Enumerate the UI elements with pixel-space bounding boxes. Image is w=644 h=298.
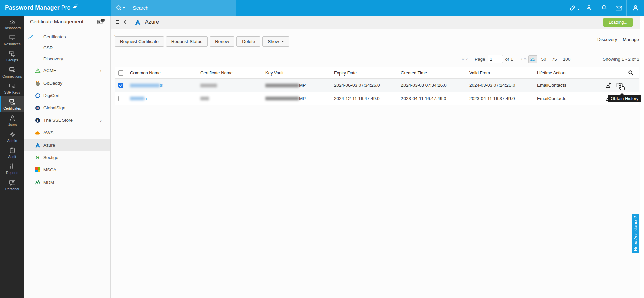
common-name-cell[interactable]: n bbox=[130, 96, 200, 101]
godaddy-logo bbox=[35, 81, 41, 86]
user-star-icon[interactable] bbox=[582, 0, 597, 16]
ssl-store-logo bbox=[35, 118, 41, 123]
lifetime-action-cell: EmailContacts bbox=[537, 96, 604, 101]
table-header-row: Common Name Certificate Name Key Vault E… bbox=[115, 67, 639, 79]
link-icon[interactable] bbox=[567, 0, 582, 16]
person-icon[interactable] bbox=[627, 0, 644, 16]
nav-item-discovery[interactable]: Discovery bbox=[24, 53, 110, 64]
pagination-row: « ‹ Page of 1 › » 25 50 75 100 Showing 1… bbox=[462, 55, 639, 63]
need-assistance-tab[interactable]: Need Assistance? bbox=[632, 214, 639, 253]
discovery-link[interactable]: Discovery bbox=[597, 37, 617, 42]
next-page-icon[interactable]: › bbox=[521, 56, 522, 62]
right-edge-strip bbox=[640, 16, 644, 298]
nav-item-azure[interactable]: Azure bbox=[24, 139, 110, 151]
loading-badge: Loading... bbox=[603, 18, 633, 27]
expiry-date-cell: 2024-12-11 16:47:49.0 bbox=[334, 96, 401, 101]
nav-item-csr[interactable]: CSR bbox=[24, 42, 110, 53]
bell-icon[interactable] bbox=[597, 0, 611, 16]
nav-item-sectigo[interactable]: S Sectigo bbox=[24, 151, 110, 164]
panel-header: Certificate Management bbox=[24, 16, 110, 28]
col-lifetime-action: Lifetime Action bbox=[537, 70, 604, 76]
reports-icon bbox=[9, 163, 16, 170]
nav-item-globalsign[interactable]: GlobalSign bbox=[24, 102, 110, 114]
nav-item-label: Azure bbox=[43, 143, 55, 148]
key-vault-cell: MP bbox=[265, 96, 334, 101]
digicert-logo bbox=[35, 93, 41, 98]
pagination-divider bbox=[517, 56, 517, 62]
sidebar-item-dashboard[interactable]: Dashboard bbox=[0, 16, 24, 32]
sidebar-item-groups[interactable]: Groups bbox=[0, 48, 24, 64]
groups-icon bbox=[9, 50, 16, 57]
nav-item-acme[interactable]: ACME › bbox=[24, 64, 110, 77]
table-row[interactable]: tk MP 2024-06-03 07:34:26.0 2024-03-03 0… bbox=[115, 79, 639, 92]
resources-icon bbox=[9, 34, 16, 41]
page-of-label: of 1 bbox=[505, 57, 513, 62]
certificates-table: Common Name Certificate Name Key Vault E… bbox=[115, 67, 639, 105]
nav-item-digicert[interactable]: DigiCert bbox=[24, 89, 110, 102]
prev-page-icon[interactable]: ‹ bbox=[466, 56, 467, 62]
nav-item-label: Discovery bbox=[43, 56, 63, 61]
created-time-cell: 2023-04-11 16:47:49.0 bbox=[401, 96, 469, 101]
sidebar-item-label: Users bbox=[8, 122, 17, 127]
row-checkbox[interactable] bbox=[118, 83, 123, 88]
first-page-icon[interactable]: « bbox=[462, 56, 464, 62]
nav-item-msca[interactable]: MSCA bbox=[24, 164, 110, 176]
nav-item-godaddy[interactable]: GoDaddy bbox=[24, 77, 110, 89]
contact-card-icon[interactable] bbox=[97, 18, 105, 25]
azure-title-logo bbox=[133, 18, 142, 27]
show-dropdown-button[interactable]: Show bbox=[262, 36, 289, 47]
delete-button[interactable]: Delete bbox=[236, 36, 260, 47]
sidebar-item-audit[interactable]: Audit bbox=[0, 145, 24, 161]
sidebar-item-label: Resources bbox=[4, 42, 20, 46]
renew-button[interactable]: Renew bbox=[210, 36, 234, 47]
sidebar-item-label: Dashboard bbox=[4, 26, 21, 30]
last-page-icon[interactable]: » bbox=[524, 56, 526, 62]
request-certificate-button[interactable]: Request Certificate bbox=[115, 36, 164, 47]
sidebar-item-ssh-keys[interactable]: SSH Keys bbox=[0, 80, 24, 96]
page-size-75[interactable]: 75 bbox=[550, 56, 559, 63]
nav-item-label: MDM bbox=[43, 180, 54, 185]
nav-item-label: Sectigo bbox=[43, 155, 58, 160]
download-certificate-icon[interactable] bbox=[605, 82, 611, 88]
sidebar-item-reports[interactable]: Reports bbox=[0, 161, 24, 177]
page-size-25[interactable]: 25 bbox=[528, 55, 537, 63]
sidebar-item-label: SSH Keys bbox=[4, 90, 20, 94]
nav-item-label: Certificates bbox=[43, 34, 66, 39]
nav-item-ssl-store[interactable]: The SSL Store › bbox=[24, 114, 110, 127]
request-status-button[interactable]: Request Status bbox=[166, 36, 208, 47]
sidebar-item-connections[interactable]: Connections bbox=[0, 64, 24, 80]
sidebar-item-users[interactable]: Admin Users bbox=[0, 112, 24, 129]
back-arrow-icon[interactable] bbox=[122, 18, 131, 26]
table-search-icon[interactable] bbox=[604, 70, 639, 76]
redacted-certificate-name bbox=[200, 97, 209, 100]
nav-item-certificates[interactable]: Certificates bbox=[24, 31, 110, 42]
nav-item-aws[interactable]: AWS bbox=[24, 127, 110, 139]
primary-sidebar: Dashboard Resources Groups Connections S… bbox=[0, 16, 24, 298]
sidebar-item-personal[interactable]: Personal bbox=[0, 177, 24, 193]
sidebar-item-label: Personal bbox=[5, 187, 19, 191]
sidebar-item-certificates[interactable]: Certificates bbox=[0, 96, 24, 112]
mail-icon[interactable] bbox=[611, 0, 626, 16]
table-row[interactable]: n MP 2024-12-11 16:47:49.0 2023-04-11 16… bbox=[115, 92, 639, 105]
common-name-cell[interactable]: tk bbox=[130, 83, 200, 88]
search-input[interactable] bbox=[133, 5, 227, 11]
search-icon[interactable] bbox=[116, 5, 125, 11]
certificate-name-cell bbox=[200, 83, 265, 88]
select-all-checkbox[interactable] bbox=[118, 70, 123, 76]
page-size-50[interactable]: 50 bbox=[540, 56, 548, 63]
collapse-menu-icon[interactable] bbox=[114, 18, 122, 26]
sidebar-item-label: Certificates bbox=[3, 106, 21, 110]
button-label: Renew bbox=[215, 39, 229, 44]
col-common-name: Common Name bbox=[130, 70, 200, 76]
manage-link[interactable]: Manage bbox=[623, 37, 639, 42]
certificate-nav-list: Certificates CSR Discovery ACME › bbox=[24, 28, 110, 189]
admin-gear-icon bbox=[9, 131, 16, 138]
sidebar-item-admin[interactable]: Admin bbox=[0, 129, 24, 145]
nav-item-mdm[interactable]: MDM bbox=[24, 176, 110, 189]
sidebar-item-resources[interactable]: Resources bbox=[0, 32, 24, 48]
row-checkbox[interactable] bbox=[118, 96, 123, 101]
brand-text: Password Manager bbox=[5, 4, 60, 11]
page-number-input[interactable] bbox=[488, 55, 503, 63]
page-size-100[interactable]: 100 bbox=[561, 56, 572, 63]
nav-item-label: CSR bbox=[43, 45, 53, 50]
